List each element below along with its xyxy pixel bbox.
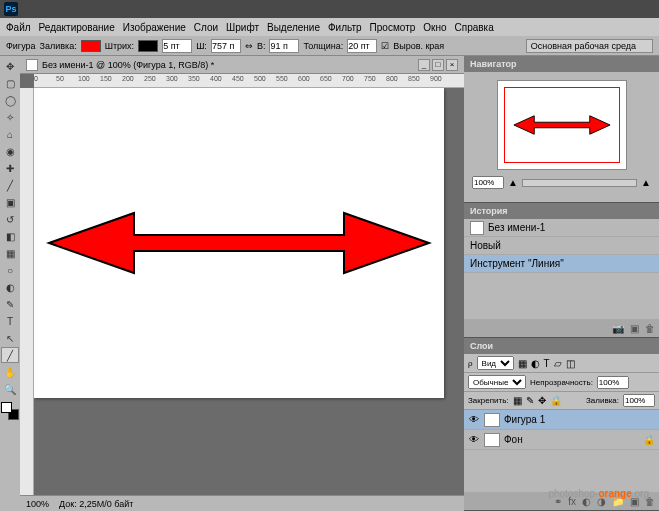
eyedropper-tool[interactable]: ◉ — [1, 143, 19, 159]
menu-layers[interactable]: Слои — [194, 22, 218, 33]
path-tool[interactable]: ↖ — [1, 330, 19, 346]
fg-bg-colors[interactable] — [1, 402, 19, 420]
menu-type[interactable]: Шрифт — [226, 22, 259, 33]
pen-tool[interactable]: ✎ — [1, 296, 19, 312]
stamp-tool[interactable]: ▣ — [1, 194, 19, 210]
filter-type-icon[interactable]: T — [544, 358, 550, 369]
history-item[interactable]: Новый — [464, 237, 659, 255]
heal-tool[interactable]: ✚ — [1, 160, 19, 176]
canvas[interactable] — [34, 88, 464, 495]
history-snapshot[interactable]: Без имени-1 — [464, 219, 659, 237]
history-new-icon[interactable]: ▣ — [630, 323, 639, 334]
stroke-width-input[interactable] — [162, 39, 192, 53]
visibility-icon[interactable]: 👁 — [468, 414, 480, 426]
fill-swatch[interactable] — [81, 40, 101, 52]
visibility-icon[interactable]: 👁 — [468, 434, 480, 446]
width-label: Ш: — [196, 41, 207, 51]
doc-title: Без имени-1 @ 100% (Фигура 1, RGB/8) * — [42, 60, 214, 70]
type-tool[interactable]: T — [1, 313, 19, 329]
wand-tool[interactable]: ✧ — [1, 109, 19, 125]
lasso-tool[interactable]: ◯ — [1, 92, 19, 108]
move-tool[interactable]: ✥ — [1, 58, 19, 74]
workspace-selector[interactable]: Основная рабочая среда — [526, 39, 653, 53]
layer-name[interactable]: Фон — [504, 434, 523, 445]
history-camera-icon[interactable]: 📷 — [612, 323, 624, 334]
layers-header[interactable]: Слои — [464, 338, 659, 354]
status-bar: 100% Док: 2,25M/0 байт — [20, 495, 464, 511]
fill-opacity-label: Заливка: — [586, 396, 619, 405]
layer-name[interactable]: Фигура 1 — [504, 414, 545, 425]
crop-tool[interactable]: ⌂ — [1, 126, 19, 142]
zoom-out-icon[interactable]: ▲ — [508, 177, 518, 188]
blur-tool[interactable]: ○ — [1, 262, 19, 278]
layers-kind-select[interactable]: Вид — [477, 356, 514, 370]
lock-trans-icon[interactable]: ▦ — [513, 395, 522, 406]
double-arrow-shape[interactable] — [44, 208, 434, 278]
doc-info[interactable]: Док: 2,25M/0 байт — [59, 499, 133, 509]
navigator-preview[interactable] — [497, 80, 627, 170]
layer-row[interactable]: 👁 Фон 🔒 — [464, 430, 659, 450]
fill-label: Заливка: — [40, 41, 77, 51]
zoom-in-icon[interactable]: ▲ — [641, 177, 651, 188]
align-checkbox-label[interactable]: ☑ — [381, 41, 389, 51]
lock-pos-icon[interactable]: ✥ — [538, 395, 546, 406]
zoom-tool[interactable]: 🔍 — [1, 381, 19, 397]
layer-thumb[interactable] — [484, 413, 500, 427]
layers-kind-label: ρ — [468, 359, 473, 368]
link-icon[interactable]: ⇔ — [245, 41, 253, 51]
stroke-swatch[interactable] — [138, 40, 158, 52]
document-tab[interactable]: Без имени-1 @ 100% (Фигура 1, RGB/8) * _… — [20, 56, 464, 74]
filter-adjust-icon[interactable]: ◐ — [531, 358, 540, 369]
weight-input[interactable] — [347, 39, 377, 53]
fill-opacity-input[interactable] — [623, 394, 655, 407]
zoom-display[interactable]: 100% — [26, 499, 49, 509]
blend-mode-select[interactable]: Обычные — [468, 375, 526, 389]
navigator-panel: Навигатор ▲ ▲ — [464, 56, 659, 203]
fg-color[interactable] — [1, 402, 12, 413]
navigator-header[interactable]: Навигатор — [464, 56, 659, 72]
artboard[interactable] — [34, 88, 444, 398]
menu-filter[interactable]: Фильтр — [328, 22, 362, 33]
menu-view[interactable]: Просмотр — [370, 22, 416, 33]
eraser-tool[interactable]: ◧ — [1, 228, 19, 244]
opacity-label: Непрозрачность: — [530, 378, 593, 387]
filter-pixel-icon[interactable]: ▦ — [518, 358, 527, 369]
marquee-tool[interactable]: ▢ — [1, 75, 19, 91]
ruler-horizontal[interactable]: 0501001502002503003504004505005506006507… — [34, 74, 464, 88]
brush-tool[interactable]: ╱ — [1, 177, 19, 193]
history-brush-tool[interactable]: ↺ — [1, 211, 19, 227]
menu-select[interactable]: Выделение — [267, 22, 320, 33]
doc-close-button[interactable]: × — [446, 59, 458, 71]
history-trash-icon[interactable]: 🗑 — [645, 323, 655, 334]
lock-all-icon[interactable]: 🔒 — [550, 395, 562, 406]
filter-smart-icon[interactable]: ◫ — [566, 358, 575, 369]
toolbar: ✥ ▢ ◯ ✧ ⌂ ◉ ✚ ╱ ▣ ↺ ◧ ▦ ○ ◐ ✎ T ↖ ╱ ✋ 🔍 — [0, 56, 20, 511]
document-area: Без имени-1 @ 100% (Фигура 1, RGB/8) * _… — [20, 56, 464, 511]
layer-thumb[interactable] — [484, 433, 500, 447]
ruler-vertical[interactable] — [20, 88, 34, 495]
dodge-tool[interactable]: ◐ — [1, 279, 19, 295]
menu-window[interactable]: Окно — [423, 22, 446, 33]
doc-min-button[interactable]: _ — [418, 59, 430, 71]
opacity-input[interactable] — [597, 376, 629, 389]
menu-image[interactable]: Изображение — [123, 22, 186, 33]
history-header[interactable]: История — [464, 203, 659, 219]
menu-help[interactable]: Справка — [455, 22, 494, 33]
lock-paint-icon[interactable]: ✎ — [526, 395, 534, 406]
shape-mode-label[interactable]: Фигура — [6, 41, 36, 51]
gradient-tool[interactable]: ▦ — [1, 245, 19, 261]
doc-max-button[interactable]: □ — [432, 59, 444, 71]
line-tool[interactable]: ╱ — [1, 347, 19, 363]
history-item[interactable]: Инструмент "Линия" — [464, 255, 659, 273]
navigator-viewbox[interactable] — [504, 87, 620, 163]
menu-edit[interactable]: Редактирование — [39, 22, 115, 33]
menu-file[interactable]: Файл — [6, 22, 31, 33]
navigator-zoom-input[interactable] — [472, 176, 504, 189]
filter-shape-icon[interactable]: ▱ — [554, 358, 562, 369]
width-input[interactable] — [211, 39, 241, 53]
height-input[interactable] — [269, 39, 299, 53]
hand-tool[interactable]: ✋ — [1, 364, 19, 380]
history-item-label: Новый — [470, 240, 501, 251]
navigator-zoom-slider[interactable] — [522, 179, 637, 187]
layer-row[interactable]: 👁 Фигура 1 — [464, 410, 659, 430]
